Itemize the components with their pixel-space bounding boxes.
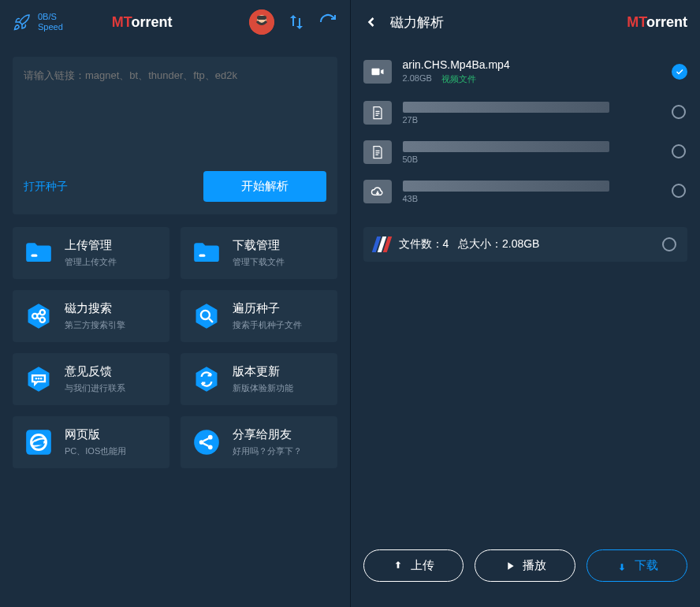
tile-0[interactable]: 上传管理管理上传文件: [13, 227, 169, 279]
file-size: 50B: [403, 155, 419, 164]
file-name: arin.CHS.Mp4Ba.mp4: [403, 58, 661, 71]
tile-subtitle: 搜索手机种子文件: [233, 319, 302, 331]
svg-rect-4: [199, 255, 205, 257]
svg-rect-19: [371, 69, 379, 75]
summary-bar: 文件数：4 总大小：2.08GB: [363, 227, 688, 262]
file-size: 27B: [403, 115, 419, 125]
refresh-icon[interactable]: [318, 13, 337, 32]
checkbox-empty-icon[interactable]: [672, 105, 686, 119]
open-seed-link[interactable]: 打开种子: [24, 180, 68, 194]
hex-link-icon: [24, 301, 54, 331]
tile-title: 磁力搜索: [65, 301, 125, 316]
brand-logo-right: MTorrent: [627, 14, 687, 31]
rocket-icon: [13, 13, 32, 32]
file-item[interactable]: 27B: [363, 93, 688, 132]
svg-point-9: [35, 378, 38, 380]
tile-subtitle: 管理下载文件: [233, 256, 285, 268]
tile-4[interactable]: 意见反馈与我们进行联系: [13, 353, 169, 405]
speed-indicator: 0B/S Speed: [13, 12, 63, 32]
tile-6[interactable]: 网页版PC、IOS也能用: [13, 416, 169, 468]
tile-title: 分享给朋友: [233, 427, 302, 442]
hex-chat-icon: [24, 364, 54, 394]
tile-title: 下载管理: [233, 238, 285, 253]
tile-subtitle: 好用吗？分享下？: [233, 445, 302, 457]
tile-subtitle: 新版体验新功能: [233, 382, 293, 394]
svg-point-11: [40, 378, 43, 380]
hex-search-icon: [192, 301, 222, 331]
play-button[interactable]: 播放: [475, 549, 575, 582]
file-name-redacted: [403, 181, 609, 192]
speed-value: 0B/S: [38, 12, 63, 22]
brand-logo: MTorrent: [112, 14, 173, 31]
tile-title: 网页版: [65, 427, 126, 442]
download-button[interactable]: 下载: [586, 549, 687, 582]
cloud-file-icon: [363, 180, 392, 203]
svg-point-15: [194, 430, 219, 455]
video-file-icon: [363, 60, 392, 84]
tile-subtitle: 第三方搜索引擎: [65, 319, 125, 331]
file-name-redacted: [403, 141, 609, 152]
svg-rect-3: [32, 255, 38, 257]
tile-subtitle: PC、IOS也能用: [65, 445, 126, 457]
share-icon: [192, 427, 222, 457]
tile-title: 遍历种子: [233, 301, 302, 316]
text-file-icon: [363, 101, 392, 125]
select-all-checkbox[interactable]: [662, 237, 676, 251]
parse-button[interactable]: 开始解析: [203, 171, 326, 202]
upload-button[interactable]: 上传: [363, 549, 464, 582]
ie-icon: [24, 427, 54, 457]
svg-rect-2: [257, 16, 266, 20]
stripes-icon: [374, 236, 389, 252]
tile-subtitle: 与我们进行联系: [65, 382, 125, 394]
link-input-card: 打开种子 开始解析: [13, 57, 337, 214]
checkbox-empty-icon[interactable]: [672, 184, 686, 198]
avatar[interactable]: [249, 9, 274, 35]
file-item[interactable]: 43B: [363, 172, 688, 211]
page-title: 磁力解析: [390, 13, 444, 32]
tile-subtitle: 管理上传文件: [65, 256, 117, 268]
sort-icon[interactable]: [287, 13, 306, 32]
tile-title: 上传管理: [65, 238, 117, 253]
svg-point-16: [199, 440, 204, 445]
tile-5[interactable]: 版本更新新版体验新功能: [181, 353, 337, 405]
svg-point-10: [38, 378, 40, 380]
file-size: 2.08GB: [403, 73, 432, 85]
file-name-redacted: [403, 102, 609, 113]
svg-point-17: [208, 435, 213, 440]
folder-icon: [24, 238, 54, 268]
hex-sync-icon: [192, 364, 222, 394]
right-header: 磁力解析 MTorrent: [351, 0, 701, 44]
speed-label: Speed: [38, 22, 63, 32]
checkbox-empty-icon[interactable]: [672, 144, 686, 158]
tile-title: 意见反馈: [65, 364, 125, 379]
back-icon[interactable]: [363, 14, 379, 30]
checkbox-checked-icon[interactable]: [672, 64, 687, 80]
tile-title: 版本更新: [233, 364, 293, 379]
left-header: 0B/S Speed MTorrent: [0, 0, 350, 44]
link-input[interactable]: [24, 69, 326, 81]
file-tag: 视频文件: [441, 73, 476, 85]
folder-icon: [192, 238, 222, 268]
tile-3[interactable]: 遍历种子搜索手机种子文件: [181, 290, 337, 342]
summary-text: 文件数：4 总大小：2.08GB: [399, 237, 653, 251]
tile-7[interactable]: 分享给朋友好用吗？分享下？: [181, 416, 337, 468]
tile-2[interactable]: 磁力搜索第三方搜索引擎: [13, 290, 169, 342]
file-size: 43B: [403, 194, 419, 203]
file-item[interactable]: arin.CHS.Mp4Ba.mp42.08GB视频文件: [363, 50, 688, 93]
tile-1[interactable]: 下载管理管理下载文件: [181, 227, 337, 279]
svg-point-18: [208, 445, 213, 449]
text-file-icon: [363, 140, 392, 164]
file-item[interactable]: 50B: [363, 132, 688, 172]
